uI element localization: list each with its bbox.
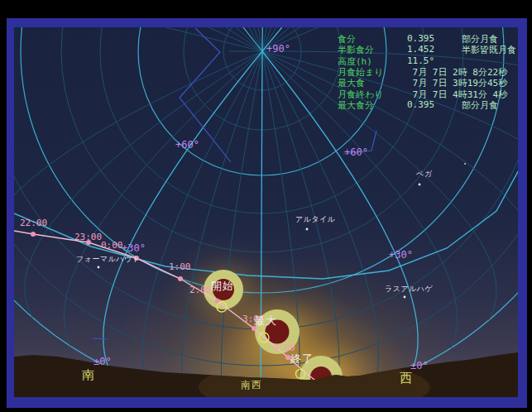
app-window: 東京の 月食 2028年 7月 7日 3時19分45秒: [0, 0, 532, 412]
moon-time-label: 1:00: [169, 262, 191, 271]
star-name-label: ラスアルハゲ: [385, 285, 433, 293]
altitude-label: +60°: [175, 140, 199, 150]
moon-time-label: 23:00: [74, 232, 102, 242]
eclipse-phase-label: 終了: [290, 353, 314, 364]
info-value: 11.5°: [407, 55, 434, 66]
info-extra: 半影皆既月食: [462, 44, 516, 56]
info-label: 半影食分: [338, 44, 374, 56]
star-name-label: アルタイル: [295, 216, 336, 223]
altitude-label: +90°: [266, 44, 290, 54]
info-value: 7月 7日 3時19分45秒: [407, 77, 507, 89]
star-name-label: ベガ: [416, 170, 432, 178]
eclipse-phase-label: 最大: [254, 315, 277, 326]
info-row: 最大食 7月 7日 3時19分45秒: [338, 77, 530, 88]
info-row: 月食始まり 7月 7日 2時 8分22秒: [338, 66, 530, 77]
moon-time-label: 0:00: [101, 241, 123, 250]
moon-time-label: 22:00: [20, 218, 47, 228]
info-label: 最大食: [338, 77, 365, 89]
star-name-label: フォーマルハウト: [76, 256, 140, 263]
direction-label: 西: [400, 372, 414, 385]
direction-label: 南: [82, 369, 96, 381]
moon-time-label: 2:00: [189, 285, 212, 295]
info-row: 月食終わり 7月 7日 4時31分 4秒: [338, 89, 530, 99]
info-value: 1.452: [407, 44, 434, 55]
moon-time-label: 4:00: [273, 343, 295, 352]
info-value: 0.395: [407, 33, 434, 44]
altitude-label: ±0°: [93, 357, 112, 366]
info-row: 食分0.395部分月食: [338, 33, 530, 44]
info-value: 0.395: [407, 99, 434, 110]
eclipse-phase-label: 開始: [211, 280, 234, 291]
altitude-label: +60°: [344, 147, 368, 157]
altitude-label: +30°: [122, 243, 146, 253]
info-label: 最大食分: [338, 99, 374, 112]
info-row: 高度(h)11.5°: [338, 55, 530, 66]
info-row: 半影食分1.452半影皆既月食: [338, 44, 530, 55]
altitude-label: ±0°: [410, 361, 429, 371]
info-extra: 部分月食: [462, 99, 498, 112]
info-row: 最大食分0.395部分月食: [338, 99, 530, 110]
altitude-label: +30°: [389, 250, 413, 260]
direction-label: 南西: [241, 380, 262, 390]
